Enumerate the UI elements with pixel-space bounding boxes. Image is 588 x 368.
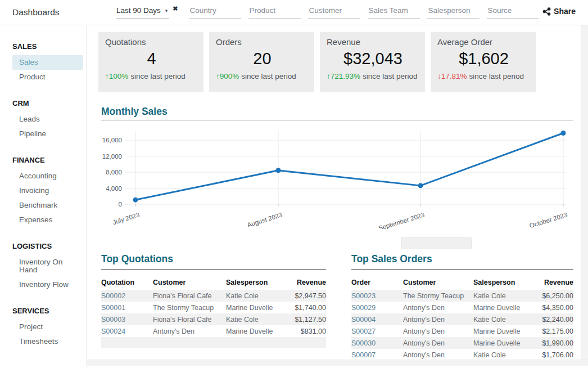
sidebar-section-crm: CRMLeadsPipeline bbox=[0, 99, 87, 141]
sidebar-section-header: CRM bbox=[12, 99, 87, 107]
revenue-cell: $2,947.50 bbox=[289, 290, 326, 302]
table-row: S00002Fiona's Floral CafeKatie Cole$2,94… bbox=[101, 290, 326, 302]
filter-inputs bbox=[182, 5, 539, 19]
revenue-cell bbox=[289, 337, 326, 348]
table-row: S00023The Stormy TeacupKatie Cole$6,250.… bbox=[351, 290, 573, 302]
sidebar-item-pipeline[interactable]: Pipeline bbox=[12, 127, 83, 141]
record-link[interactable]: S00029 bbox=[351, 302, 403, 313]
arrow-down-icon: ↓ bbox=[437, 72, 441, 80]
monthly-sales-chart: 04,0008,00012,00016,000July 2023August 2… bbox=[101, 125, 576, 229]
salesperson-cell: Katie Cole bbox=[473, 313, 540, 325]
record-link[interactable]: S00003 bbox=[101, 313, 153, 325]
table-row: S00030Antony's DenMarine Duvelle$1,990.0… bbox=[351, 337, 573, 349]
salesperson-cell: Marine Duvelle bbox=[473, 302, 540, 313]
record-link[interactable]: S00004 bbox=[351, 313, 403, 325]
sidebar-item-timesheets[interactable]: Timesheets bbox=[12, 334, 83, 349]
svg-text:4,000: 4,000 bbox=[106, 185, 122, 192]
kpi-delta-suffix: since last period bbox=[241, 72, 296, 80]
filter-input-sales-team[interactable] bbox=[368, 5, 420, 19]
kpi-value: $1,602 bbox=[437, 50, 530, 68]
customer-cell: Fiona's Floral Cafe bbox=[153, 290, 226, 302]
svg-text:8,000: 8,000 bbox=[106, 169, 122, 176]
customer-cell: Fiona's Floral Cafe bbox=[153, 313, 226, 325]
table-row: S00004Antony's DenKatie Cole$2,240.00 bbox=[351, 313, 573, 325]
arrow-up-icon: ↑ bbox=[105, 72, 109, 80]
kpi-delta-suffix: since last period bbox=[469, 72, 524, 80]
record-link[interactable]: S00024 bbox=[101, 325, 153, 337]
date-range-filter[interactable]: Last 90 Days ▾ bbox=[116, 5, 169, 19]
sidebar-section-header: FINANCE bbox=[12, 156, 87, 164]
filter-input-customer[interactable] bbox=[308, 5, 360, 19]
sidebar-item-sales[interactable]: Sales bbox=[12, 55, 83, 70]
arrow-up-icon: ↑ bbox=[216, 72, 220, 80]
revenue-cell: $2,240.00 bbox=[540, 313, 573, 325]
record-link[interactable]: S00027 bbox=[351, 325, 403, 337]
customer-cell: Antony's Den bbox=[403, 337, 473, 349]
record-link[interactable]: S00023 bbox=[351, 290, 403, 302]
top-quotations-table: QuotationCustomerSalespersonRevenue S000… bbox=[101, 277, 326, 348]
sidebar-item-leads[interactable]: Leads bbox=[12, 112, 83, 127]
kpi-title: Revenue bbox=[327, 37, 419, 47]
salesperson-cell: Marine Duvelle bbox=[226, 302, 289, 313]
chart-scrollbar[interactable] bbox=[401, 237, 472, 249]
record-link[interactable]: S00030 bbox=[351, 337, 403, 349]
sidebar-section-logistics: LOGISTICSInventory On HandInventory Flow bbox=[0, 242, 87, 292]
kpi-title: Orders bbox=[216, 37, 309, 47]
table-row: S00029Antony's DenMarine Duvelle$4,350.0… bbox=[351, 302, 573, 313]
kpi-title: Average Order bbox=[437, 37, 530, 47]
kpi-title: Quotations bbox=[105, 37, 198, 47]
app-title: Dashboards bbox=[12, 7, 60, 17]
sidebar-nav: SALESSalesProductCRMLeadsPipelineFINANCE… bbox=[0, 42, 87, 349]
column-header-order: Order bbox=[351, 277, 403, 290]
filter-input-salesperson[interactable] bbox=[427, 5, 480, 19]
table-row: S00007Antony's DenKatie Cole$1,706.00 bbox=[351, 349, 573, 361]
sidebar-section-finance: FINANCEAccountingInvoicingBenchmarkExpen… bbox=[0, 156, 87, 227]
table-row: S00003Fiona's Floral CafeKatie Cole$1,12… bbox=[101, 313, 326, 325]
top-bar: Dashboards Last 90 Days ▾ ✖ Share bbox=[0, 0, 588, 25]
kpi-delta-percent: 721.93% bbox=[331, 72, 360, 80]
sidebar-item-invoicing[interactable]: Invoicing bbox=[12, 183, 83, 198]
sidebar-item-expenses[interactable]: Expenses bbox=[12, 213, 83, 227]
salesperson-cell: Marine Duvelle bbox=[473, 325, 540, 337]
kpi-card-quotations: Quotations4↑100%since last period bbox=[98, 32, 203, 92]
record-link[interactable]: S00002 bbox=[101, 290, 153, 302]
sidebar-item-inventory-on-hand[interactable]: Inventory On Hand bbox=[12, 255, 83, 277]
filter-input-country[interactable] bbox=[189, 5, 241, 19]
revenue-cell: $831.00 bbox=[289, 325, 326, 337]
sidebar-item-project[interactable]: Project bbox=[12, 320, 83, 334]
revenue-cell: $2,175.00 bbox=[540, 325, 573, 337]
clear-filter-icon[interactable]: ✖ bbox=[173, 5, 178, 12]
sidebar-item-accounting[interactable]: Accounting bbox=[12, 169, 83, 183]
table-row: S00024Antony's DenMarine Duvelle$831.00 bbox=[101, 325, 326, 337]
customer-cell: Antony's Den bbox=[153, 325, 226, 337]
customer-cell bbox=[153, 337, 226, 348]
sidebar-item-benchmark[interactable]: Benchmark bbox=[12, 198, 83, 213]
record-link bbox=[101, 337, 153, 348]
horizontal-scrollbar[interactable] bbox=[87, 360, 588, 366]
revenue-cell: $6,250.00 bbox=[540, 290, 573, 302]
kpi-row: Quotations4↑100%since last periodOrders2… bbox=[98, 32, 541, 92]
salesperson-cell: Katie Cole bbox=[473, 349, 540, 361]
salesperson-cell: Marine Duvelle bbox=[473, 337, 540, 349]
top-quotations-title: Top Quotations bbox=[101, 253, 326, 270]
vertical-scrollbar[interactable] bbox=[581, 25, 588, 360]
sidebar-section-services: SERVICESProjectTimesheets bbox=[0, 307, 87, 349]
filter-input-source[interactable] bbox=[487, 5, 539, 19]
kpi-value: 20 bbox=[216, 50, 309, 68]
filter-input-product[interactable] bbox=[248, 5, 301, 19]
share-button[interactable]: Share bbox=[542, 7, 576, 16]
record-link[interactable]: S00001 bbox=[101, 302, 153, 313]
table-row: S00027Antony's DenMarine Duvelle$2,175.0… bbox=[351, 325, 573, 337]
revenue-cell: $1,740.00 bbox=[289, 302, 326, 313]
sidebar-item-inventory-flow[interactable]: Inventory Flow bbox=[12, 277, 83, 292]
filter-bar: Last 90 Days ▾ ✖ bbox=[116, 5, 539, 19]
kpi-delta: ↑721.93%since last period bbox=[327, 72, 419, 80]
sidebar-item-product[interactable]: Product bbox=[12, 70, 83, 84]
record-link[interactable]: S00007 bbox=[351, 349, 403, 361]
table-row: S00001The Stormy TeacupMarine Duvelle$1,… bbox=[101, 302, 326, 313]
salesperson-cell: Katie Cole bbox=[473, 290, 540, 302]
sidebar-section-sales: SALESSalesProduct bbox=[0, 42, 87, 84]
svg-text:August 2023: August 2023 bbox=[246, 211, 283, 228]
share-label: Share bbox=[554, 7, 576, 16]
column-header-salesperson: Salesperson bbox=[226, 277, 289, 290]
